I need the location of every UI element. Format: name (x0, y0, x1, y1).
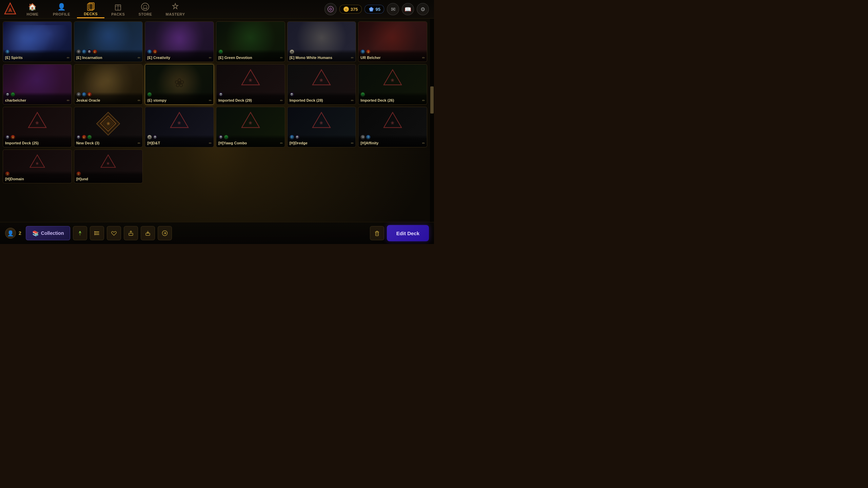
svg-rect-40 (95, 231, 99, 232)
deck-edit-stompy[interactable]: ✏ (209, 99, 212, 102)
nav-profile-label: Profile (53, 12, 70, 16)
svg-text:❀: ❀ (107, 161, 110, 165)
deck-name-hyawg: [H]Yawg Combo (218, 141, 279, 145)
trash-btn[interactable] (370, 226, 384, 240)
nav-decks[interactable]: Decks (77, 0, 104, 18)
deck-card-mono-white[interactable]: ☀ [E] Mono White Humans ✏ (287, 21, 356, 62)
deck-plants-btn[interactable] (73, 226, 87, 240)
deck-edit-ur[interactable]: ✏ (422, 56, 425, 60)
nav-mastery[interactable]: Mastery (159, 0, 192, 18)
nav-packs[interactable]: Packs (104, 0, 132, 18)
deck-name-imp25: Imported Deck (25) (5, 141, 70, 145)
nav-packs-label: Packs (111, 12, 125, 16)
deck-grid: 💧 [E] Spirits ✏ ◆ 💧 💀 🔥 (3, 21, 427, 183)
triangle-icon-hyawg: ❀ (240, 111, 261, 129)
deck-edit-imp26[interactable]: ✏ (422, 99, 425, 102)
deck-edit-mw[interactable]: ✏ (351, 56, 354, 60)
settings-btn[interactable]: ⚙ (417, 3, 429, 15)
nav-home[interactable]: 🏠 Home (19, 0, 46, 18)
svg-text:❀: ❀ (35, 120, 39, 125)
user-info: 👤 2 (5, 228, 21, 239)
decks-nav-icon (86, 2, 96, 11)
svg-point-43 (95, 231, 96, 232)
home-icon: 🏠 (28, 2, 37, 12)
top-nav: A 🏠 Home 👤 Profile Decks (0, 0, 434, 19)
deck-grid-container[interactable]: 💧 [E] Spirits ✏ ◆ 💧 💀 🔥 (0, 19, 430, 244)
deck-edit-new3[interactable]: ✏ (138, 141, 140, 145)
deck-card-creativity[interactable]: 💧 🔥 [E] Creativity ✏ (145, 21, 214, 62)
deck-edit-spirits[interactable]: ✏ (67, 56, 70, 60)
deck-label-gd: [E] Green Devotion ✏ (216, 49, 285, 62)
collection-btn[interactable]: 📚 Collection (26, 226, 71, 240)
import-btn[interactable] (141, 226, 155, 240)
svg-rect-41 (95, 233, 99, 233)
mtg-arena-logo[interactable]: A (3, 2, 18, 17)
deck-name-imp26: Imported Deck (26) (360, 98, 421, 102)
list-view-btn[interactable] (90, 226, 104, 240)
deck-edit-haffinity[interactable]: ✏ (422, 141, 425, 145)
deck-card-hdomain[interactable]: ❀ 🔥 [H]Domain (3, 149, 72, 183)
deck-card-haffinity[interactable]: ❀ ◆ 💧 [H]Affinity ✏ (358, 107, 427, 147)
nav-store[interactable]: Store (132, 0, 159, 18)
scrollbar-thumb[interactable] (430, 86, 434, 114)
deck-card-green-dev[interactable]: 🌲 [E] Green Devotion ✏ (216, 21, 285, 62)
deck-edit-gd[interactable]: ✏ (280, 56, 283, 60)
deck-edit-jes[interactable]: ✏ (138, 99, 140, 102)
nav-right: G 375 95 ✉ 📖 ⚙ (324, 3, 434, 15)
deck-label-cre: [E] Creativity ✏ (145, 49, 214, 62)
svg-rect-51 (376, 231, 378, 232)
svg-text:G: G (345, 8, 347, 11)
share-icon (161, 230, 168, 237)
svg-text:❀: ❀ (391, 78, 395, 83)
nav-profile[interactable]: 👤 Profile (46, 0, 77, 18)
favorite-btn[interactable] (107, 226, 121, 240)
deck-name-imp28: Imported Deck (28) (290, 98, 350, 102)
bottom-toolbar: 👤 2 📚 Collection (0, 222, 434, 244)
deck-card-hdt[interactable]: ❀ ☀ 💀 [H]D&T ✏ (145, 107, 214, 147)
deck-edit-imp29[interactable]: ✏ (280, 99, 283, 102)
deck-card-hdredge[interactable]: ❀ 💧 💀 [H]Dredge ✏ (287, 107, 356, 147)
deck-label-inc: [E] Incarnation ✏ (74, 49, 143, 62)
deck-edit-hdredge[interactable]: ✏ (351, 141, 354, 145)
deck-card-incarnation[interactable]: ◆ 💧 💀 🔥 [E] Incarnation ✏ (74, 21, 143, 62)
deck-card-imp25[interactable]: ❀ 💀 🔥 Imported Deck (25) (3, 107, 72, 147)
player-icon-btn[interactable] (324, 3, 337, 15)
profile-icon: 👤 (57, 2, 66, 12)
deck-edit-hyawg[interactable]: ✏ (280, 141, 283, 145)
export-btn[interactable] (124, 226, 138, 240)
deck-label-cb: charbelcher ✏ (3, 92, 72, 104)
svg-point-44 (95, 233, 96, 234)
deck-card-jeskai[interactable]: ◆ 💧 🔥 Jeskai Oracle ✏ (74, 64, 143, 105)
triangle-icon-hund: ❀ (100, 154, 117, 168)
edit-deck-button[interactable]: Edit Deck (387, 225, 429, 241)
deck-card-imp26[interactable]: ❀ 🌲 Imported Deck (26) ✏ (358, 64, 427, 105)
mail-btn[interactable]: ✉ (387, 3, 399, 15)
deck-card-charbelcher[interactable]: 💀 🌲 charbelcher ✏ (3, 64, 72, 105)
deck-card-stompy[interactable]: ❀ 🌲 (E) stompy ✏ (145, 64, 214, 105)
svg-rect-46 (129, 233, 133, 236)
deck-name-hdomain: [H]Domain (5, 177, 70, 181)
scrollbar-rail[interactable] (430, 19, 434, 244)
deck-edit-imp28[interactable]: ✏ (351, 99, 354, 102)
svg-point-8 (144, 8, 145, 9)
deck-name-new3: New Deck (3) (76, 141, 137, 145)
share-btn[interactable] (158, 226, 172, 240)
library-btn[interactable]: 📖 (402, 3, 414, 15)
deck-card-ur-belcher[interactable]: 💧 🔥 UR Belcher ✏ (358, 21, 427, 62)
deck-card-newdeck3[interactable]: ❀ 💀 🔥 🌲 New Deck (3) ✏ (74, 107, 143, 147)
deck-edit-cre[interactable]: ✏ (209, 56, 212, 60)
deck-edit-inc[interactable]: ✏ (138, 56, 140, 60)
deck-card-imp29[interactable]: ❀ 💀 Imported Deck (29) ✏ (216, 64, 285, 105)
mastery-icon (171, 2, 180, 12)
deck-card-spirits[interactable]: 💧 [E] Spirits ✏ (3, 21, 72, 62)
triangle-icon-imp25: ❀ (27, 111, 47, 129)
deck-card-imp28[interactable]: ❀ 💀 Imported Deck (28) ✏ (287, 64, 356, 105)
deck-edit-hdt[interactable]: ✏ (209, 141, 212, 145)
gem-icon (368, 6, 374, 12)
deck-card-hund[interactable]: ❀ 🔥 [H]und (74, 149, 143, 183)
export-icon (127, 230, 134, 237)
deck-edit-cb[interactable]: ✏ (67, 99, 70, 102)
deck-card-hyawg[interactable]: ❀ 💀 🌲 [H]Yawg Combo ✏ (216, 107, 285, 147)
nav-decks-label: Decks (84, 12, 98, 16)
deck-name-hdredge: [H]Dredge (290, 141, 350, 145)
